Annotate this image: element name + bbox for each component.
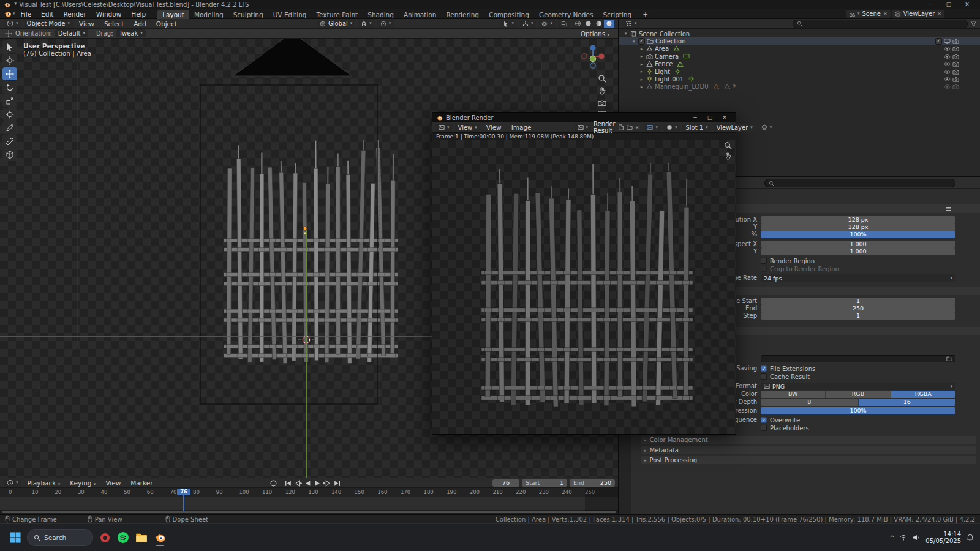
auto-key-icon[interactable]: [270, 479, 277, 487]
frame-end-field[interactable]: End250: [570, 479, 615, 487]
workspace-tab-uv-editing[interactable]: UV Editing: [268, 10, 312, 19]
xray-toggle[interactable]: [558, 20, 570, 28]
maximize-button[interactable]: □: [703, 113, 717, 122]
object-name[interactable]: Light: [655, 69, 670, 75]
slot-dropdown[interactable]: Slot 1 ▾: [682, 124, 710, 132]
taskbar-search[interactable]: Search: [27, 529, 93, 546]
camera-toggle-icon[interactable]: [952, 38, 959, 45]
taskbar-app-recorder[interactable]: [96, 528, 114, 547]
render-region-checkbox[interactable]: Render Region: [761, 257, 956, 264]
jump-to-end-icon[interactable]: [333, 479, 341, 487]
jump-to-start-icon[interactable]: [284, 479, 292, 487]
menu-window[interactable]: Window: [92, 10, 126, 18]
workspace-tab-sculpting[interactable]: Sculpting: [228, 10, 268, 19]
playhead-badge[interactable]: 76: [177, 489, 190, 495]
checkbox-icon[interactable]: [761, 425, 767, 431]
taskbar-app-explorer[interactable]: [132, 528, 151, 547]
frame-end-field[interactable]: 250: [761, 305, 956, 312]
workspace-tab-geometry-nodes[interactable]: Geometry Nodes: [534, 10, 598, 19]
scene-selector[interactable]: ▾ Scene ✕: [846, 10, 891, 18]
outliner-editor-type-button[interactable]: ▾: [622, 20, 640, 28]
tool-add-cube-button[interactable]: [2, 148, 17, 161]
eye-toggle-icon[interactable]: [944, 53, 951, 60]
drag-setting-dropdown[interactable]: Tweak ▾: [116, 29, 146, 37]
eye-toggle-icon[interactable]: [944, 76, 951, 83]
resolution-y-field[interactable]: 128 px: [761, 223, 956, 231]
outliner-row-camera[interactable]: ▸Camera: [619, 53, 980, 60]
orientation-setting-dropdown[interactable]: Default ▾: [55, 29, 88, 37]
unlink-image-icon[interactable]: ✕: [635, 125, 639, 130]
next-keyframe-icon[interactable]: [323, 479, 331, 487]
disclosure-icon[interactable]: ▾: [631, 39, 636, 44]
crop-region-checkbox[interactable]: Crop to Render Region: [761, 265, 956, 272]
camera-view-icon[interactable]: [598, 99, 606, 107]
overwrite-checkbox[interactable]: Overwrite: [761, 416, 956, 424]
snapping-button[interactable]: ▾: [358, 20, 375, 28]
render-image-area[interactable]: [432, 140, 736, 434]
close-button[interactable]: ✕: [958, 0, 976, 9]
checkbox-icon[interactable]: [761, 258, 767, 264]
zoom-icon[interactable]: [724, 141, 732, 149]
camera-toggle-icon[interactable]: [952, 69, 959, 75]
checkbox-icon[interactable]: [761, 266, 767, 272]
render-window-titlebar[interactable]: Blender Render ─ □ ✕: [432, 113, 736, 122]
camera-toggle-icon[interactable]: [952, 45, 959, 52]
tool-move-button[interactable]: [2, 67, 17, 80]
eye-toggle-icon[interactable]: [944, 69, 951, 75]
outliner-search[interactable]: [793, 20, 968, 28]
properties-search-input[interactable]: [777, 180, 951, 187]
open-image-icon[interactable]: [627, 124, 633, 130]
layer-dropdown[interactable]: ViewLayer ▾: [714, 124, 756, 132]
camera-toggle-icon[interactable]: [952, 83, 959, 90]
new-image-icon[interactable]: [618, 124, 624, 130]
taskbar-app-blender[interactable]: [151, 528, 169, 547]
notifications-icon[interactable]: [967, 534, 974, 541]
image-editor-type-button[interactable]: ▾: [435, 124, 453, 132]
pan-hand-icon[interactable]: [598, 86, 606, 95]
gizmos-toggle[interactable]: ▾: [519, 20, 537, 28]
shading-material-button[interactable]: [594, 20, 604, 28]
object-name[interactable]: Area: [655, 45, 669, 52]
workspace-tab-animation[interactable]: Animation: [399, 10, 442, 19]
color-bw-button[interactable]: BW: [761, 391, 825, 398]
exclude-checkbox[interactable]: [935, 38, 942, 45]
workspace-tab-compositing[interactable]: Compositing: [484, 10, 534, 19]
current-frame-field[interactable]: 76: [492, 479, 519, 487]
shading-rendered-button[interactable]: [604, 20, 614, 28]
shading-wireframe-button[interactable]: [573, 20, 583, 28]
aspect-x-field[interactable]: 1.000: [761, 241, 956, 248]
unlink-viewlayer-icon[interactable]: ✕: [937, 11, 941, 17]
placeholders-checkbox[interactable]: Placeholders: [761, 424, 956, 432]
frame-rate-dropdown[interactable]: 24 fps ▾: [761, 274, 956, 282]
depth-16-button[interactable]: 16: [859, 399, 956, 406]
pan-hand-icon[interactable]: [724, 152, 732, 160]
editor-type-button[interactable]: ▾: [4, 20, 21, 28]
object-name[interactable]: Fence: [655, 61, 673, 67]
editor-mode-dropdown[interactable]: View ▾: [455, 124, 480, 132]
camera-toggle-icon[interactable]: [952, 53, 959, 60]
viewlayer-selector[interactable]: ViewLayer ✕: [892, 10, 944, 18]
tool-scale-button[interactable]: [2, 94, 17, 107]
workspace-tab-rendering[interactable]: Rendering: [441, 10, 484, 19]
tool-annotate-button[interactable]: [2, 121, 17, 134]
taskbar-app-spotify[interactable]: [114, 528, 132, 547]
cache-result-checkbox[interactable]: Cache Result: [761, 373, 956, 380]
selectability-dropdown[interactable]: ▾: [500, 20, 517, 28]
menu-image[interactable]: Image: [508, 124, 535, 131]
section-post-processing[interactable]: ▸Post Processing: [641, 456, 976, 464]
timeline-ruler[interactable]: 0102030405060708090100110120130140150160…: [0, 488, 618, 497]
outliner-row-area[interactable]: ▸Area: [619, 45, 980, 53]
timeline-track-area[interactable]: [0, 497, 618, 511]
eye-toggle-icon[interactable]: [944, 83, 951, 90]
checkbox-icon[interactable]: [761, 417, 767, 423]
tool-measure-button[interactable]: [2, 135, 17, 148]
depth-8-button[interactable]: 8: [761, 399, 858, 406]
blender-menu-icon[interactable]: [4, 10, 12, 18]
camera-toggle-icon[interactable]: [952, 76, 959, 83]
zoom-icon[interactable]: [598, 74, 606, 83]
minimize-button[interactable]: ─: [921, 0, 940, 9]
outliner-row-fence[interactable]: ▸Fence: [619, 61, 980, 68]
menu-help[interactable]: Help: [127, 10, 150, 18]
options-dropdown[interactable]: Options ▾: [577, 30, 613, 37]
menu-view-timeline[interactable]: View: [102, 479, 124, 487]
